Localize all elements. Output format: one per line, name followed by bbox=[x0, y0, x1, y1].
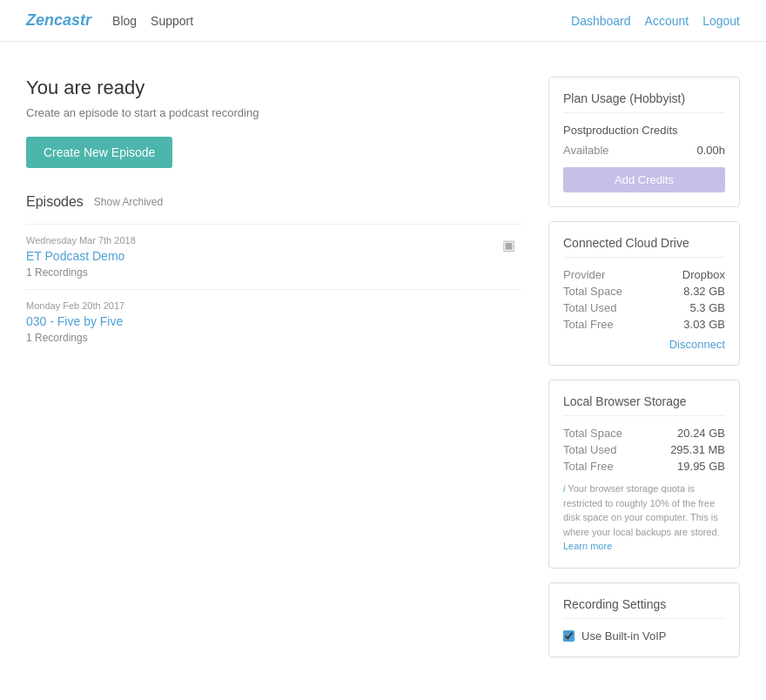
cloud-value-3: 3.03 GB bbox=[683, 318, 725, 331]
postproduction-subtitle: Postproduction Credits bbox=[563, 124, 725, 137]
storage-value-0: 20.24 GB bbox=[677, 427, 725, 440]
storage-row-0: Total Space 20.24 GB bbox=[563, 427, 725, 440]
cloud-label-3: Total Free bbox=[563, 318, 614, 331]
brand-logo: Zencastr bbox=[26, 11, 91, 30]
use-voip-label[interactable]: Use Built-in VoIP bbox=[563, 629, 725, 643]
show-archived-link[interactable]: Show Archived bbox=[94, 196, 163, 208]
cloud-drive-panel: Connected Cloud Drive Provider Dropbox T… bbox=[548, 221, 740, 366]
cloud-row-3: Total Free 3.03 GB bbox=[563, 318, 725, 331]
cloud-row-2: Total Used 5.3 GB bbox=[563, 301, 725, 314]
episode-recordings-2: 1 Recordings bbox=[26, 332, 522, 344]
add-credits-button[interactable]: Add Credits bbox=[563, 167, 725, 192]
cloud-value-0: Dropbox bbox=[682, 268, 725, 281]
episode-calendar-icon: ▣ bbox=[502, 237, 515, 253]
nav-left-links: Blog Support bbox=[112, 14, 571, 28]
cloud-label-0: Provider bbox=[563, 268, 605, 281]
storage-label-1: Total Used bbox=[563, 443, 616, 456]
navbar: Zencastr Blog Support Dashboard Account … bbox=[0, 0, 766, 42]
learn-more-link[interactable]: Learn more bbox=[563, 541, 612, 551]
ready-title: You are ready bbox=[26, 77, 522, 99]
nav-support[interactable]: Support bbox=[151, 14, 193, 28]
storage-note: i Your browser storage quota is restrict… bbox=[563, 481, 725, 554]
cloud-value-1: 8.32 GB bbox=[683, 285, 725, 298]
storage-label-0: Total Space bbox=[563, 427, 622, 440]
cloud-row-0: Provider Dropbox bbox=[563, 268, 725, 281]
episode-item-2: Monday Feb 20th 2017 030 - Five by Five … bbox=[26, 289, 522, 354]
page-container: You are ready Create an episode to start… bbox=[0, 42, 766, 692]
available-value: 0.00h bbox=[696, 144, 725, 157]
episode-date-1: Wednesday Mar 7th 2018 bbox=[26, 235, 522, 246]
recording-settings-title: Recording Settings bbox=[563, 597, 725, 619]
episode-date-2: Monday Feb 20th 2017 bbox=[26, 300, 522, 311]
storage-row-1: Total Used 295.31 MB bbox=[563, 443, 725, 456]
cloud-row-1: Total Space 8.32 GB bbox=[563, 285, 725, 298]
episodes-header: Episodes Show Archived bbox=[26, 194, 522, 210]
nav-dashboard[interactable]: Dashboard bbox=[571, 14, 631, 28]
episode-name-2[interactable]: 030 - Five by Five bbox=[26, 314, 522, 328]
cloud-label-1: Total Space bbox=[563, 285, 622, 298]
plan-usage-panel: Plan Usage (Hobbyist) Postproduction Cre… bbox=[548, 77, 740, 207]
use-voip-checkbox[interactable] bbox=[563, 630, 574, 642]
nav-logout[interactable]: Logout bbox=[702, 14, 740, 28]
right-column: Plan Usage (Hobbyist) Postproduction Cre… bbox=[548, 77, 740, 657]
plan-usage-title: Plan Usage (Hobbyist) bbox=[563, 91, 725, 113]
storage-note-text: Your browser storage quota is restricted… bbox=[563, 483, 720, 537]
recording-settings-panel: Recording Settings Use Built-in VoIP bbox=[548, 582, 740, 657]
episode-item: Wednesday Mar 7th 2018 ET Podcast Demo 1… bbox=[26, 224, 522, 289]
available-label: Available bbox=[563, 144, 609, 157]
episode-name-1[interactable]: ET Podcast Demo bbox=[26, 249, 522, 263]
episode-recordings-1: 1 Recordings bbox=[26, 266, 522, 279]
cloud-drive-title: Connected Cloud Drive bbox=[563, 236, 725, 258]
storage-value-1: 295.31 MB bbox=[670, 443, 725, 456]
episodes-label: Episodes bbox=[26, 194, 84, 210]
use-voip-text: Use Built-in VoIP bbox=[581, 629, 667, 643]
storage-value-2: 19.95 GB bbox=[677, 460, 725, 473]
nav-right-links: Dashboard Account Logout bbox=[571, 14, 740, 28]
info-icon: i bbox=[563, 483, 565, 494]
left-column: You are ready Create an episode to start… bbox=[26, 77, 522, 657]
create-episode-button[interactable]: Create New Episode bbox=[26, 137, 172, 168]
disconnect-link[interactable]: Disconnect bbox=[563, 338, 725, 351]
nav-account[interactable]: Account bbox=[645, 14, 689, 28]
cloud-label-2: Total Used bbox=[563, 301, 616, 314]
storage-row-2: Total Free 19.95 GB bbox=[563, 460, 725, 473]
available-row: Available 0.00h bbox=[563, 144, 725, 157]
storage-title: Local Browser Storage bbox=[563, 394, 725, 416]
storage-panel: Local Browser Storage Total Space 20.24 … bbox=[548, 380, 740, 569]
storage-label-2: Total Free bbox=[563, 460, 614, 473]
ready-subtitle: Create an episode to start a podcast rec… bbox=[26, 106, 522, 119]
cloud-value-2: 5.3 GB bbox=[690, 301, 725, 314]
nav-blog[interactable]: Blog bbox=[112, 14, 137, 28]
